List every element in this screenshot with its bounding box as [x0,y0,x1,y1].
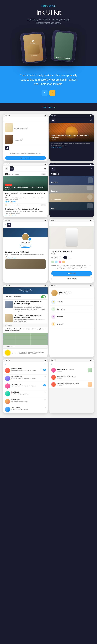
add-to-wishlist-button[interactable]: Add to wishlist [51,276,92,281]
follow-button[interactable]: Follow [20,244,30,248]
continue-reading-2[interactable]: CONTINUE READING [5,214,46,216]
compose-icon[interactable]: ✏ [44,364,46,365]
ink-logo-1: Ink [5,146,9,150]
chat-avatar-5 [5,399,10,404]
color-orange[interactable] [62,260,65,263]
search-icon-cat[interactable]: ⊕ [90,168,92,170]
main-title: Ink UI Kit [3,9,94,16]
item-price-1: Parklane Black & Gold [14,128,28,129]
activity-title: Activity [53,363,92,365]
toggle-row: Send push notifications [3,294,48,300]
chat-item-2[interactable]: Michael Brown 3h Let's start in traditio… [3,374,48,382]
chat-badge-1: 2 [43,368,46,371]
phone-mockup-right: Around the Bend in Bali [50,30,77,62]
menu-user-name: Aaron Benson [59,291,70,293]
settings-icon: ⚙ [51,322,56,326]
chat-name-3: Vivian Louise [11,384,21,385]
size-m[interactable]: M [63,256,67,259]
status-bar-3: 9:41 AM ▮▮▮ [3,163,48,166]
chat-name-row-4: Paul Stark 5h [11,391,46,393]
jacket-nav: ‹ Clothing [50,222,94,226]
back-icon[interactable]: ‹ [5,224,6,226]
activity-avatar-3 [51,382,56,387]
activity-back-icon[interactable]: ‹ [51,363,52,366]
morning-date: April 20 [5,291,46,293]
color-blue[interactable] [55,260,58,263]
profile-cover: + [3,228,48,237]
clothing-title: Clothing [5,118,12,120]
add-to-cart-button[interactable]: Add to cart [51,271,92,276]
size-xs[interactable]: XS [54,256,58,259]
menu-messages-label: Messages [57,308,90,310]
chat-item-1[interactable]: Sharon Carter 2h Let's start in traditio… [3,367,48,374]
tiger-image: Climate Deal Would Commit Every Nation t… [50,123,94,142]
cat-accessories[interactable]: Accessories [50,194,94,202]
settings-chevron: › [92,323,92,325]
article-list-title-1: Around the Bend in Bali powers afforded … [5,192,46,196]
continue-reading-1[interactable]: CONTINUE READING [5,201,46,202]
activity-item-2[interactable]: Stacy Martin started following you 5 min… [50,374,94,381]
activity-time-1: 2 min ago [57,371,86,372]
chat-item-5[interactable]: Bill Haigman 6h Our planet's last galaxy… [3,398,48,406]
news-item-text-1: Restaurants say they can't stay in busin… [14,305,46,312]
profile-text: Create your profile to read full article… [3,151,48,155]
chat-item-6[interactable]: Tracy Martin 1d Easily find out if any a… [3,406,48,413]
profile-name: Katia Miller [3,242,48,244]
menu-item-friends[interactable]: ♥ Friends › [50,313,94,320]
activity-thumb-1 [88,368,92,372]
color-pink[interactable] [58,260,61,263]
chat-name-6: Tracy Martin [11,407,20,408]
article-hero-overlay: NATL GEO Around the Bend in Bali powers … [3,181,48,191]
profile-continue[interactable]: CONTINUE READING [5,258,46,258]
activity-item-3[interactable]: Stacy Martin commented on your photo 10 … [50,381,94,388]
news-item-title-1: L.A. restaurants push for tips to count … [14,301,46,305]
chat-avatar-2 [5,376,10,381]
menu-item-activity[interactable]: ⚡ Activity › [50,298,94,306]
profile-article-image [5,260,46,268]
color-green[interactable] [51,260,54,263]
menu-item-messages[interactable]: ✉ Messages › [50,306,94,313]
chat-avatar-4 [5,391,10,396]
article-list-text-1: Taking advantage of the strongest budget… [5,197,46,200]
create-account-button[interactable]: Create Account [5,156,46,160]
edit-avatar-icon[interactable]: + [28,238,32,241]
toggle-knob [43,296,46,298]
activity-avatar-2 [51,375,56,380]
chat-item-3[interactable]: Vivian Louise 4h Let's start in traditio… [3,382,48,390]
menu-activity-label: Activity [57,301,90,303]
cat-footwear[interactable]: Footwear [50,185,94,193]
jacket-info: Zip Jean Jacket White $115 US XS S M L B… [50,249,94,283]
color-row [51,260,92,263]
clothing-cat-title: Clothing [50,172,94,176]
toggle-switch[interactable] [41,296,46,298]
size-s[interactable]: S [59,256,62,259]
jacket-back-icon[interactable]: ‹ [51,222,52,225]
news-thumb-2 [5,314,12,322]
activity-item-1[interactable]: Adriana Harris liked your photo 2 min ag… [50,367,94,374]
profile-article-text: But as Mr. Cuomo and lawmakers reached a… [5,254,46,257]
temperature-display: 70° [12,351,16,354]
main-subtitle: High quality iOS screens to make your de… [24,18,73,24]
hamburger-icon[interactable]: ☰ [5,167,8,170]
header-section: FREE SAMPLE Ink UI Kit High quality iOS … [0,0,97,66]
screen-menu: 9:41 AM ▮▮▮ Aaron Benson @aaron_benson ⚡… [49,284,94,357]
chat-time-6: 1d [44,407,46,408]
chat-content-2: Michael Brown 3h Let's start in traditio… [11,376,46,379]
item-info-2: Signature Warm Parklane Black [14,138,24,141]
tiger-bottom: Our planet's lost galaxy, printed now be… [50,142,94,149]
menu-item-settings[interactable]: ⚙ Settings › [50,320,94,328]
phone-mockup-left-inner: W Clothing Accessories [23,34,44,62]
activity-nav: ‹ Activity [50,362,94,367]
chat-back-icon[interactable]: ‹ [5,363,6,366]
cat-bags[interactable]: Bags [50,202,94,210]
size-l[interactable]: L [68,256,72,259]
search-icon[interactable]: ⊕ [44,168,46,170]
cat-clothing[interactable]: Clothing [50,176,94,184]
chat-msg-3: Let's start in traditional way – with th… [11,386,42,387]
activity-text-2: Stacy Martin started following you [57,376,92,378]
menu-profile-header: Aaron Benson @aaron_benson [50,288,94,298]
chat-item-4[interactable]: Paul Stark 5h Our planet's last galaxy, … [3,390,48,398]
article-list-title-2: The Skeletons of Olmos: Uncovering a Mys… [5,208,46,210]
chat-msg-1: Let's start in traditional way – with th… [11,370,42,372]
chat-content-1: Sharon Carter 2h Let's start in traditio… [11,368,42,372]
